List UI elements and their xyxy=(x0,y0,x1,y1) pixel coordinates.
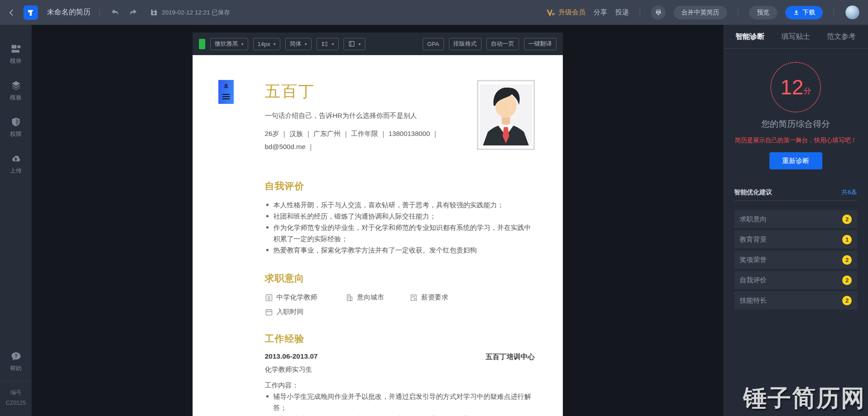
caret-down-icon: ▾ xyxy=(305,42,307,47)
divider xyxy=(738,9,738,16)
theme-color-swatch[interactable] xyxy=(199,39,205,49)
download-button[interactable]: 下载 xyxy=(785,6,823,19)
resume-code-value: CZ0125 xyxy=(6,398,26,409)
tab-sample-reference[interactable]: 范文参考 xyxy=(827,32,856,42)
resume-basic-info[interactable]: 五百丁 一句话介绍自己，告诉HR为什么选择你而不是别人 26岁 ｜ 汉族 ｜ 广… xyxy=(265,81,535,164)
font-size-dropdown[interactable]: 14px ▾ xyxy=(253,38,280,50)
tab-smart-diagnosis[interactable]: 智能诊断 xyxy=(736,32,764,42)
suggestion-label: 求职意向 xyxy=(740,215,767,224)
language-dropdown[interactable]: 简体 ▾ xyxy=(285,38,311,50)
save-timestamp: 2019-02-12 12:21 已保存 xyxy=(162,9,230,17)
divider xyxy=(99,9,100,16)
caret-down-icon: ▾ xyxy=(359,42,361,47)
intent-label: 薪资要求 xyxy=(421,293,448,302)
divider xyxy=(640,9,640,16)
user-avatar[interactable] xyxy=(845,5,860,20)
resume-photo[interactable] xyxy=(477,80,535,150)
line-spacing-dropdown[interactable]: ▾ xyxy=(316,38,339,50)
tab-fill-tips[interactable]: 填写贴士 xyxy=(781,32,810,42)
intent-start-date[interactable]: 入职时间 xyxy=(265,308,345,316)
permissions-shield-icon xyxy=(11,117,21,127)
caret-down-icon: ▾ xyxy=(332,42,334,47)
intent-city[interactable]: 意向城市 xyxy=(345,293,410,302)
salary-icon xyxy=(410,294,418,302)
document-title[interactable]: 未命名的简历 xyxy=(47,8,90,17)
suggestion-label: 技能特长 xyxy=(740,296,767,305)
save-status: 2019-02-12 12:21 已保存 xyxy=(150,8,230,17)
intent-label: 入职时间 xyxy=(277,308,304,316)
print-button[interactable] xyxy=(651,5,665,20)
work-company: 五百丁培训中心 xyxy=(486,352,535,362)
document-toolbar: 微软雅黑 ▾ 14px ▾ 简体 ▾ ▾ xyxy=(193,33,563,55)
list-item: 热爱教育事业，探索化学教学方法并有了一定收获。发个红包贵妇狗 xyxy=(265,244,535,256)
suggestion-label: 奖项荣誉 xyxy=(740,256,767,264)
count-badge: 2 xyxy=(842,296,852,305)
deliver-button[interactable]: 投递 xyxy=(615,8,629,17)
resume-page: 五百丁 一句话介绍自己，告诉HR为什么选择你而不是别人 26岁 ｜ 汉族 ｜ 广… xyxy=(193,55,563,416)
editor-canvas: 微软雅黑 ▾ 14px ▾ 简体 ▾ ▾ xyxy=(32,25,723,416)
chevron-left-icon xyxy=(8,9,16,17)
sidebar-item-upload[interactable]: 上传 xyxy=(10,154,22,175)
section-self-evaluation[interactable]: 自我评价 本人性格开朗，乐于与人交流，喜欢钻研，善于思考，具有较强的实践能力； … xyxy=(265,180,535,256)
suggestion-job-intent[interactable]: 求职意向 2 xyxy=(734,210,857,228)
intent-position[interactable]: 中学化学教师 xyxy=(265,293,345,302)
list-item: 根据小学生的心理特点，通过教具、画图演示等方法进行疑难解释。 xyxy=(265,413,535,416)
suggestion-awards[interactable]: 奖项荣誉 2 xyxy=(734,251,857,269)
sidebar-item-help[interactable]: ? 帮助 xyxy=(10,352,22,373)
gpa-button[interactable]: GPA xyxy=(423,38,444,50)
count-badge: 1 xyxy=(842,235,852,244)
preview-button[interactable]: 预览 xyxy=(749,6,777,19)
divider xyxy=(0,381,32,381)
font-family-dropdown[interactable]: 微软雅黑 ▾ xyxy=(210,38,248,50)
merge-cn-en-button[interactable]: 合并中英简历 xyxy=(674,6,727,19)
auto-one-page-button[interactable]: 自动一页 xyxy=(486,38,519,50)
score-label: 您的简历综合得分 xyxy=(761,118,830,130)
section-title: 自我评价 xyxy=(265,180,535,192)
sidebar-item-permissions[interactable]: 权限 xyxy=(10,117,22,138)
site-watermark: 锤子简历网 xyxy=(743,383,865,414)
score-value: 12 xyxy=(780,75,803,99)
score-circle: 12 分 xyxy=(770,62,821,112)
rediagnose-button[interactable]: 重新诊断 xyxy=(769,152,822,169)
score-unit: 分 xyxy=(803,86,811,96)
back-button[interactable] xyxy=(6,7,17,18)
hammer-logo-icon xyxy=(26,8,35,17)
list-item: 社团和班长的经历，锻炼了沟通协调和人际交往能力； xyxy=(265,210,535,222)
suggestion-education[interactable]: 教育背景 1 xyxy=(734,230,857,248)
diagnosis-panel: 智能诊断 填写贴士 范文参考 12 分 您的简历综合得分 简历是展示自己的第一舞… xyxy=(723,25,868,416)
format-button[interactable]: 排版格式 xyxy=(449,38,481,50)
suggestions-count[interactable]: 共6条 xyxy=(841,188,857,196)
section-title: 求职意向 xyxy=(265,272,535,285)
upgrade-vip-button[interactable]: IP 升级会员 xyxy=(547,8,585,17)
section-work-experience[interactable]: 工作经验 2013.06-2013.07 五百丁培训中心 化学教师实习生 工作内… xyxy=(265,332,535,416)
resume-code: 编号 CZ0125 xyxy=(6,388,26,409)
undo-button[interactable] xyxy=(109,7,121,19)
work-role: 化学教师实习生 xyxy=(265,365,535,374)
intent-salary[interactable]: 薪资要求 xyxy=(410,293,535,302)
modules-icon xyxy=(11,44,21,54)
font-size-value: 14px xyxy=(258,41,270,47)
share-button[interactable]: 分享 xyxy=(594,8,607,17)
download-icon xyxy=(793,9,800,16)
suggestion-self-evaluation[interactable]: 自我评价 2 xyxy=(734,271,857,289)
printer-icon xyxy=(655,9,662,16)
divider xyxy=(834,9,834,16)
undo-icon xyxy=(110,8,120,17)
page-layout-dropdown[interactable]: ▾ xyxy=(344,38,365,50)
app-logo[interactable] xyxy=(24,5,38,20)
list-item: 本人性格开朗，乐于与人交流，喜欢钻研，善于思考，具有较强的实践能力； xyxy=(265,199,535,210)
language-value: 简体 xyxy=(290,40,302,48)
suggestions-title: 智能优化建议 xyxy=(734,188,772,196)
suggestion-label: 教育背景 xyxy=(740,235,767,244)
sidebar-item-modules[interactable]: 模块 xyxy=(10,44,22,65)
svg-text:IP: IP xyxy=(552,12,555,16)
translate-button[interactable]: 一键翻译 xyxy=(524,38,557,50)
help-bubble-icon: ? xyxy=(11,352,21,361)
sidebar-item-templates[interactable]: 模板 xyxy=(10,80,22,102)
caret-down-icon: ▾ xyxy=(241,42,244,47)
redo-button[interactable] xyxy=(127,7,139,19)
section-job-intent[interactable]: 求职意向 中学化学教师 xyxy=(265,272,535,316)
module-drag-handle[interactable] xyxy=(218,80,234,104)
vip-label: 升级会员 xyxy=(558,8,585,17)
suggestion-skills[interactable]: 技能特长 2 xyxy=(734,291,857,309)
